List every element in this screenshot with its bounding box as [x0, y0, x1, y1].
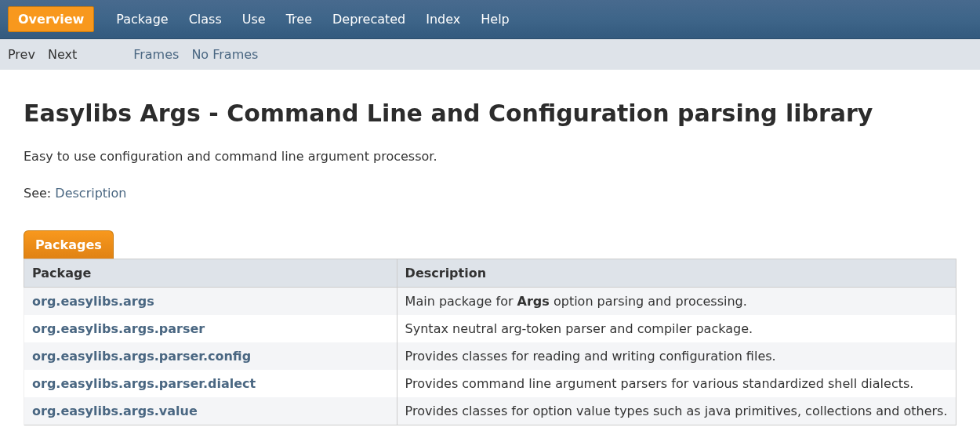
- package-link[interactable]: org.easylibs.args: [32, 294, 154, 309]
- table-row: org.easylibs.args.parser.dialectProvides…: [24, 370, 956, 397]
- package-description: Provides classes for reading and writing…: [397, 342, 956, 370]
- col-package: Package: [24, 259, 397, 288]
- table-row: org.easylibs.args.parser.configProvides …: [24, 342, 956, 370]
- page-title: Easylibs Args - Command Line and Configu…: [24, 100, 956, 127]
- nav-tree[interactable]: Tree: [283, 7, 315, 31]
- nav-help[interactable]: Help: [477, 7, 512, 31]
- package-link[interactable]: org.easylibs.args.parser.config: [32, 349, 251, 364]
- nav-package[interactable]: Package: [113, 7, 171, 31]
- see-label: See:: [24, 186, 55, 201]
- see-line: See: Description: [24, 186, 956, 201]
- see-description-link[interactable]: Description: [55, 186, 126, 201]
- package-description: Provides command line argument parsers f…: [397, 370, 956, 397]
- nav-prev: Prev: [8, 47, 35, 62]
- packages-table: Package Description org.easylibs.argsMai…: [24, 259, 956, 425]
- package-link[interactable]: org.easylibs.args.value: [32, 404, 198, 418]
- package-link[interactable]: org.easylibs.args.parser.dialect: [32, 376, 256, 391]
- package-description: Syntax neutral arg-token parser and comp…: [397, 315, 956, 342]
- package-link[interactable]: org.easylibs.args.parser: [32, 321, 205, 336]
- table-row: org.easylibs.args.valueProvides classes …: [24, 397, 956, 425]
- table-caption: Packages: [24, 230, 114, 259]
- nav-deprecated[interactable]: Deprecated: [329, 7, 408, 31]
- package-description: Provides classes for option value types …: [397, 397, 956, 425]
- table-row: org.easylibs.args.parserSyntax neutral a…: [24, 315, 956, 342]
- nav-class[interactable]: Class: [186, 7, 225, 31]
- nav-overview[interactable]: Overview: [8, 6, 94, 32]
- nav-index[interactable]: Index: [423, 7, 463, 31]
- table-row: org.easylibs.argsMain package for Args o…: [24, 288, 956, 316]
- col-description: Description: [397, 259, 956, 288]
- top-nav: Overview Package Class Use Tree Deprecat…: [0, 0, 980, 39]
- sub-nav: Prev Next Frames No Frames: [0, 39, 980, 70]
- nav-next: Next: [48, 47, 77, 62]
- nav-noframes[interactable]: No Frames: [191, 47, 258, 62]
- intro-text: Easy to use configuration and command li…: [24, 149, 956, 164]
- nav-frames[interactable]: Frames: [133, 47, 179, 62]
- nav-use[interactable]: Use: [239, 7, 269, 31]
- package-description: Main package for Args option parsing and…: [397, 288, 956, 316]
- main-content: Easylibs Args - Command Line and Configu…: [0, 70, 980, 438]
